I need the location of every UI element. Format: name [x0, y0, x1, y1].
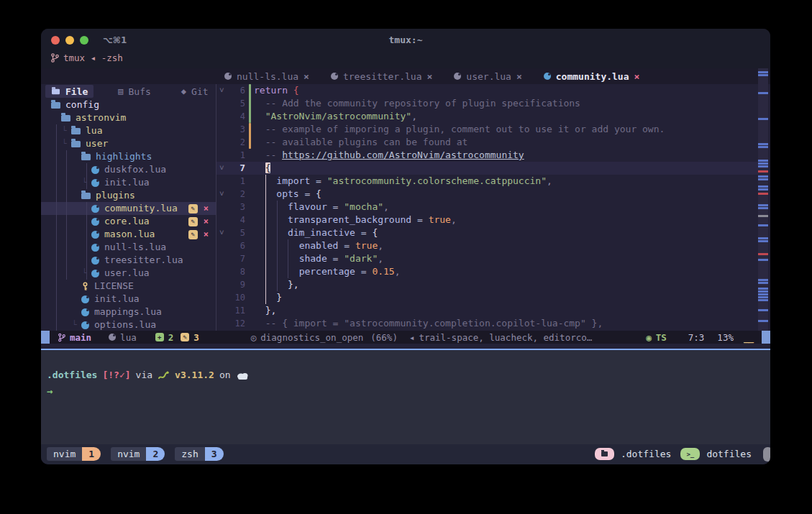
tree-item-plugins[interactable]: plugins: [41, 189, 216, 202]
code-token: [254, 188, 276, 199]
code-token: "dark": [344, 253, 378, 264]
git-diff-widget: + 2 ✎ 3: [155, 332, 199, 343]
code-line[interactable]: 2 -- available plugins can be found at: [216, 136, 758, 149]
code-text: }: [254, 291, 282, 304]
tree-item-mason.lua[interactable]: mason.lua✎×: [41, 228, 216, 241]
code-text: -- https://github.com/AstroNvim/astrocom…: [254, 149, 524, 162]
nvim-statusline: main lua + 2 ✎ 3 ◎ diagnostics_on_open (…: [41, 331, 770, 344]
tree-item-null-ls.lua[interactable]: null-ls.lua: [41, 241, 216, 254]
git-branch-widget: main: [58, 332, 91, 343]
code-line[interactable]: 9 },: [216, 278, 758, 291]
editor-pane[interactable]: ˅6return {5 -- Add the community reposit…: [216, 84, 758, 331]
tree-item-highlights[interactable]: highlights: [41, 150, 216, 163]
tree-item-astronvim[interactable]: astronvim: [41, 111, 216, 124]
code-line[interactable]: 1 -- https://github.com/AstroNvim/astroc…: [216, 149, 758, 162]
git-changed-count: 3: [193, 332, 199, 343]
folder-icon: [601, 451, 608, 456]
buffer-tab-community.lua[interactable]: community.lua×: [544, 71, 640, 82]
code-text: transparent_background = true,: [254, 214, 457, 226]
close-buffer-icon[interactable]: ×: [427, 71, 433, 82]
code-line[interactable]: ˅6return {: [216, 84, 758, 97]
code-line[interactable]: 3 flavour = "mocha",: [216, 201, 758, 214]
diagnostics-widget: ◎ diagnostics_on_open (66%): [251, 332, 398, 343]
code-line[interactable]: 1 import = "astrocommunity.colorscheme.c…: [216, 175, 758, 188]
code-line[interactable]: ˅7 {: [216, 162, 758, 175]
tree-item-mappings.lua[interactable]: mappings.lua: [41, 306, 216, 318]
git-added-icon: +: [155, 333, 164, 341]
prompt-git-status: [!?✓]: [102, 370, 130, 380]
code-token: =: [299, 188, 316, 199]
tmux-window-nvim-2[interactable]: nvim2: [111, 447, 165, 461]
code-line[interactable]: 10 }: [216, 291, 758, 304]
tree-item-init.lua[interactable]: init.lua: [41, 293, 216, 306]
code-line[interactable]: 8 percentage = 0.15,: [216, 265, 758, 278]
lua-icon: [91, 218, 99, 226]
code-line[interactable]: ˅2 opts = {: [216, 188, 758, 201]
buffer-tab-user.lua[interactable]: user.lua×: [454, 71, 521, 82]
tree-item-core.lua[interactable]: core.lua✎×: [41, 215, 216, 228]
tree-item-config[interactable]: config: [41, 98, 216, 111]
tree-indent-guide: [86, 163, 87, 189]
code-token: =: [411, 214, 428, 225]
tree-item-lua[interactable]: └lua: [41, 124, 216, 137]
close-buffer-icon[interactable]: ×: [516, 71, 522, 82]
tmux-window-zsh-3[interactable]: zsh3: [175, 447, 223, 461]
code-line[interactable]: 4 "AstroNvim/astrocommunity",: [216, 110, 758, 123]
neotree-tab-git[interactable]: ◆Git: [175, 85, 214, 98]
cursor-position: 7:3: [688, 332, 705, 343]
tree-item-options.lua[interactable]: └options.lua: [41, 318, 216, 331]
minimap-mark-blue: [758, 320, 768, 322]
neotree-tab-file[interactable]: File: [45, 85, 93, 98]
buffer-tab-treesitter.lua[interactable]: treesitter.lua×: [331, 71, 432, 82]
tree-item-LICENSE[interactable]: LICENSE: [41, 280, 216, 293]
scrollbar-minimap[interactable]: [758, 68, 768, 331]
tree-indent-guide: [56, 124, 57, 331]
neotree-sidebar[interactable]: File▤Bufs◆Git configastronvim└lua└userhi…: [41, 84, 216, 331]
line-number: 2: [216, 188, 245, 201]
minimap-mark-blue: [758, 160, 768, 162]
minimap-mark-red: [758, 170, 768, 173]
minimap-mark-blue: [758, 309, 768, 311]
lua-icon: [91, 231, 99, 239]
tree-item-label: highlights: [96, 150, 152, 163]
code-line[interactable]: 11 },: [216, 304, 758, 317]
close-buffer-icon[interactable]: ×: [304, 71, 309, 82]
folder-icon: [71, 128, 81, 134]
shell-pane[interactable]: .dotfiles [!?✓] via v3.11.2 on →: [41, 350, 770, 444]
tree-item-community.lua[interactable]: community.lua✎×: [41, 202, 216, 215]
python-version: v3.11.2: [175, 370, 214, 380]
tmux-windows: nvim1nvim2zsh3: [47, 447, 224, 461]
tmux-window-nvim-1[interactable]: nvim1: [47, 447, 101, 461]
line-number: 2: [216, 136, 245, 149]
close-buffer-icon[interactable]: ×: [634, 71, 640, 82]
code-line[interactable]: 3 -- example of imporing a plugin, comme…: [216, 123, 758, 136]
tree-item-label: astronvim: [76, 111, 126, 124]
tree-item-user.lua[interactable]: └user.lua: [41, 267, 216, 280]
minimap-mark-red: [758, 253, 768, 255]
code-line[interactable]: ˅5 dim_inactive = {: [216, 226, 758, 239]
code-text: -- example of imporing a plugin, comment…: [254, 123, 665, 136]
cloud-icon: [236, 371, 250, 380]
code-token: shade: [299, 253, 327, 264]
code-line[interactable]: 6 enabled = true,: [216, 239, 758, 252]
code-token: [254, 266, 299, 277]
prompt-directory: .dotfiles: [47, 370, 97, 380]
tree-item-badges: ✎×: [188, 202, 209, 215]
tree-item-duskfox.lua[interactable]: duskfox.lua: [41, 163, 216, 176]
minimap-mark-blue: [758, 74, 768, 76]
tree-item-init.lua[interactable]: └init.lua: [41, 176, 216, 189]
code-line[interactable]: 5 -- Add the community repository of plu…: [216, 97, 758, 110]
tree-item-label: user: [86, 137, 108, 150]
buffer-tab-null-ls.lua[interactable]: null-ls.lua×: [224, 71, 309, 82]
code-line[interactable]: 7 shade = "dark",: [216, 252, 758, 265]
tree-item-user[interactable]: └user: [41, 137, 216, 150]
terminal-session-tab[interactable]: tmux ◂ -zsh: [51, 52, 123, 63]
code-line[interactable]: 4 transparent_background = true,: [216, 214, 758, 226]
neotree-tab-bufs[interactable]: ▤Bufs: [112, 85, 157, 98]
code-token: [254, 240, 299, 251]
git-branch-name: main: [70, 332, 91, 343]
lsp-clients-list: trail-space, luacheck, editorco…: [419, 332, 592, 343]
tree-item-treesitter.lua[interactable]: treesitter.lua: [41, 254, 216, 267]
code-line[interactable]: 12 -- { import = "astrocommunity.complet…: [216, 317, 758, 330]
lua-icon: [81, 321, 89, 329]
